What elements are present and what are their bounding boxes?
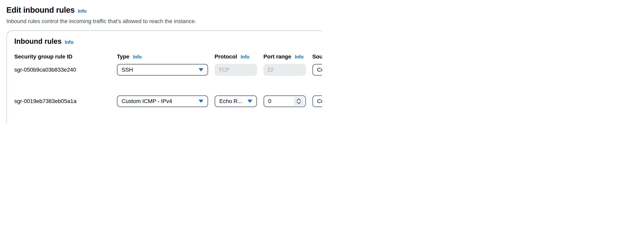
port-range-info-link[interactable]: Info xyxy=(295,54,304,60)
column-header-row: Security group rule ID Type Info Protoco… xyxy=(14,54,322,60)
inbound-rules-panel: Inbound rules Info Security group rule I… xyxy=(6,31,322,124)
protocol-info-link[interactable]: Info xyxy=(241,54,250,60)
port-range-input[interactable]: 0 xyxy=(264,95,306,107)
type-info-link[interactable]: Info xyxy=(133,54,142,60)
col-header-rule-id: Security group rule ID xyxy=(14,54,72,60)
source-type-value: Custom xyxy=(317,98,322,104)
type-select-value: Custom ICMP - IPv4 xyxy=(122,98,172,104)
col-header-port-range: Port range xyxy=(264,54,291,60)
chevron-down-icon xyxy=(199,100,204,103)
page-title-info-link[interactable]: Info xyxy=(78,8,86,14)
page-subtitle: Inbound rules control the incoming traff… xyxy=(6,18,322,25)
col-header-protocol: Protocol xyxy=(214,54,237,60)
panel-title-info-link[interactable]: Info xyxy=(65,39,74,45)
page-title: Edit inbound rules xyxy=(6,6,75,15)
source-type-select[interactable]: Custom xyxy=(312,95,322,107)
port-range-field: 22 xyxy=(264,64,306,76)
source-type-select[interactable]: Custom xyxy=(312,64,322,76)
protocol-field: TCP xyxy=(214,64,257,76)
type-select[interactable]: SSH xyxy=(117,64,208,76)
type-select-value: SSH xyxy=(122,67,133,73)
protocol-select-value: Echo R... xyxy=(219,98,242,104)
col-header-type: Type xyxy=(117,54,129,60)
panel-title: Inbound rules xyxy=(14,37,62,46)
chevron-down-icon xyxy=(248,100,252,103)
edit-inbound-rules-page: Edit inbound rules Info Inbound rules co… xyxy=(0,0,322,124)
rule-id: sgr-050b9ca03b833e240 xyxy=(14,67,110,73)
chevron-down-icon xyxy=(199,68,204,71)
type-select[interactable]: Custom ICMP - IPv4 xyxy=(117,95,208,107)
page-header: Edit inbound rules Info xyxy=(6,6,322,15)
number-stepper[interactable] xyxy=(294,97,304,106)
rule-id: sgr-0019eb7383eb05a1a xyxy=(14,98,110,104)
col-header-source: Source xyxy=(312,54,322,60)
protocol-select[interactable]: Echo R... xyxy=(214,95,257,107)
rule-row-ssh: sgr-050b9ca03b833e240 SSH TCP 22 Custom xyxy=(14,64,322,91)
rule-row-icmp: sgr-0019eb7383eb05a1a Custom ICMP - IPv4… xyxy=(14,95,322,122)
chevron-down-icon xyxy=(296,101,301,104)
chevron-up-icon xyxy=(296,98,301,101)
source-type-value: Custom xyxy=(317,67,322,73)
